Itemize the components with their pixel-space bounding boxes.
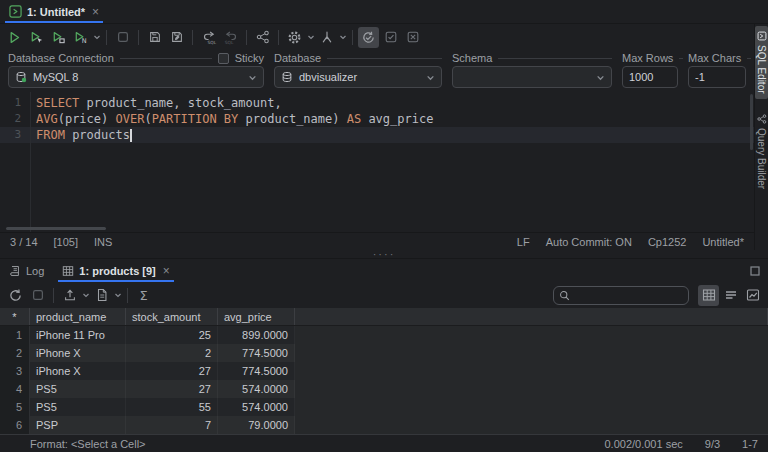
chart-view-button[interactable]	[742, 285, 763, 306]
reload-grid-button[interactable]	[5, 285, 26, 306]
cell-avg_price[interactable]: 79.0000	[218, 416, 295, 434]
execute-options-chevron-icon[interactable]	[92, 27, 101, 48]
cell-avg_price[interactable]: 899.0000	[218, 326, 295, 344]
row-number[interactable]: 5	[0, 398, 30, 416]
encoding[interactable]: Cp1252	[648, 236, 687, 248]
editor-line[interactable]: 3FROM products	[0, 127, 754, 143]
cell-avg_price[interactable]: 774.5000	[218, 344, 295, 362]
rollback-button[interactable]	[402, 27, 423, 48]
max-chars-input[interactable]	[688, 66, 746, 88]
table-row[interactable]: 3iPhone X27774.5000	[0, 362, 768, 380]
editor-line[interactable]: 2AVG(price) OVER(PARTITION BY product_na…	[0, 111, 754, 127]
settings-button[interactable]	[284, 27, 305, 48]
sticky-checkbox[interactable]	[218, 53, 229, 64]
undo-sql-button[interactable]: SQL	[198, 27, 219, 48]
search-input[interactable]	[574, 289, 683, 301]
database-dropdown[interactable]: dbvisualizer	[274, 66, 442, 88]
table-row[interactable]: 1iPhone 11 Pro25899.0000	[0, 326, 768, 344]
row-number[interactable]: 1	[0, 326, 30, 344]
panel-splitter[interactable]: ····	[0, 250, 768, 258]
toolbar-separator	[138, 30, 139, 45]
chevron-down-icon	[248, 73, 257, 82]
export-button[interactable]	[59, 285, 80, 306]
settings-chevron-icon[interactable]	[306, 27, 315, 48]
table-row[interactable]: 5PS555574.0000	[0, 398, 768, 416]
cell-stock_amount[interactable]: 2	[126, 344, 218, 362]
tab-untitled[interactable]: 1: Untitled* ×	[0, 0, 108, 23]
grid-search-box[interactable]	[553, 286, 689, 305]
tab-products-result[interactable]: 1: products [9] ×	[53, 259, 178, 282]
column-header-rownum[interactable]: *	[0, 308, 30, 325]
cell-stock_amount[interactable]: 25	[126, 326, 218, 344]
database-connection-group-header: Database Connection Sticky	[8, 50, 264, 66]
save-button[interactable]	[144, 27, 165, 48]
vertical-scrollbar[interactable]	[750, 94, 753, 150]
column-header-product_name[interactable]: product_name	[30, 308, 126, 325]
cell-product_name[interactable]: PS5	[30, 398, 126, 416]
stop-grid-button[interactable]	[27, 285, 48, 306]
splitter-handle[interactable]: ····	[373, 252, 396, 256]
row-number[interactable]: 2	[0, 344, 30, 362]
formatter-button[interactable]	[316, 27, 337, 48]
cell-product_name[interactable]: PS5	[30, 380, 126, 398]
query-builder-tab-label: Query Builder	[756, 128, 767, 189]
cell-product_name[interactable]: iPhone X	[30, 344, 126, 362]
tab-log[interactable]: Log	[0, 259, 53, 282]
row-number[interactable]: 4	[0, 380, 30, 398]
column-header-stock_amount[interactable]: stock_amount	[126, 308, 218, 325]
execute-buffer-button[interactable]	[48, 27, 69, 48]
stop-button[interactable]	[112, 27, 133, 48]
save-as-button[interactable]	[166, 27, 187, 48]
aggregate-sum-button[interactable]: Σ	[133, 285, 154, 306]
connection-dropdown[interactable]: MySQL 8	[8, 66, 264, 88]
tab-sql-editor[interactable]: SQL Editor	[755, 26, 768, 99]
table-row[interactable]: 4PS527574.0000	[0, 380, 768, 398]
redo-sql-button[interactable]: SQL	[220, 27, 241, 48]
maximize-panel-button[interactable]	[750, 266, 760, 276]
cell-stock_amount[interactable]: 27	[126, 380, 218, 398]
share-button[interactable]	[252, 27, 273, 48]
divider	[747, 58, 751, 59]
cell-stock_amount[interactable]: 55	[126, 398, 218, 416]
log-tab-label: Log	[26, 265, 44, 277]
editor-line[interactable]: 1SELECT product_name, stock_amount,	[0, 95, 754, 111]
sql-editor[interactable]: 1SELECT product_name, stock_amount,2AVG(…	[0, 92, 754, 232]
close-icon[interactable]: ×	[92, 6, 99, 18]
formatter-chevron-icon[interactable]	[338, 27, 347, 48]
line-number: 1	[0, 95, 30, 111]
toolbar-separator	[278, 30, 279, 45]
cell-product_name[interactable]: PSP	[30, 416, 126, 434]
document-chevron-icon[interactable]	[113, 285, 122, 306]
schema-dropdown[interactable]	[452, 66, 612, 88]
tab-query-builder[interactable]: Query Builder	[755, 109, 768, 194]
auto-commit-toggle-button[interactable]	[358, 27, 379, 48]
execute-button[interactable]	[4, 27, 25, 48]
row-number[interactable]: 6	[0, 416, 30, 434]
table-row[interactable]: 2iPhone X2774.5000	[0, 344, 768, 362]
cell-product_name[interactable]: iPhone 11 Pro	[30, 326, 126, 344]
max-rows-input[interactable]	[622, 66, 678, 88]
max-rows-group-header: Max Rows	[622, 50, 678, 66]
cell-stock_amount[interactable]: 27	[126, 362, 218, 380]
table-row[interactable]: 6PSP779.0000	[0, 416, 768, 434]
cell-avg_price[interactable]: 574.0000	[218, 380, 295, 398]
close-icon[interactable]: ×	[163, 265, 170, 277]
export-chevron-icon[interactable]	[81, 285, 90, 306]
document-button[interactable]	[91, 285, 112, 306]
text-view-button[interactable]	[720, 285, 741, 306]
divider	[498, 58, 612, 59]
cell-stock_amount[interactable]: 7	[126, 416, 218, 434]
execute-explain-button[interactable]: N	[70, 27, 91, 48]
cell-avg_price[interactable]: 774.5000	[218, 362, 295, 380]
gutter-divider	[30, 92, 31, 232]
auto-commit-status[interactable]: Auto Commit: ON	[546, 236, 632, 248]
cell-product_name[interactable]: iPhone X	[30, 362, 126, 380]
cell-avg_price[interactable]: 574.0000	[218, 398, 295, 416]
row-number[interactable]: 3	[0, 362, 30, 380]
line-ending[interactable]: LF	[517, 236, 530, 248]
execute-current-button[interactable]	[26, 27, 47, 48]
horizontal-scrollbar[interactable]	[6, 227, 106, 230]
grid-view-button[interactable]	[698, 285, 719, 306]
commit-button[interactable]	[380, 27, 401, 48]
column-header-avg_price[interactable]: avg_price	[218, 308, 295, 325]
